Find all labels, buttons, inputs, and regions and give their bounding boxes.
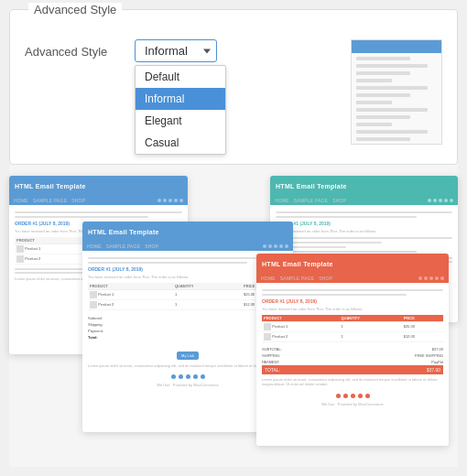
card1-nav-shop: SHOP	[71, 198, 85, 203]
card1-title: HTML Email Template	[15, 183, 86, 189]
dropdown-option-elegant[interactable]: Elegant	[136, 110, 225, 132]
card2-order: ORDER #1 (JULY 8, 2019)	[276, 221, 452, 226]
panel-title: Advanced Style	[28, 3, 122, 16]
main-container: Advanced Style Advanced Style Informal D…	[9, 9, 458, 467]
dropdown-arrow-icon	[203, 49, 211, 53]
card2-nav-sample: SAMPLE PAGE	[294, 198, 328, 203]
card3-nav-shop: SHOP	[145, 243, 158, 249]
card2-title: HTML Email Template	[276, 183, 347, 189]
card4-order: ORDER #1 (JULY 8, 2019)	[262, 298, 443, 304]
card1-nav-sample: SAMPLE PAGE	[33, 198, 67, 203]
card4-total-row: TOTAL: $37.00	[262, 365, 443, 374]
card3-title: HTML Email Template	[88, 229, 159, 235]
style-preview-thumbnail	[351, 39, 442, 145]
card3-th-product: PRODUCT	[88, 283, 173, 290]
card4-shipping-row: SHIPPING:FREE SHIPPING	[262, 352, 443, 359]
dropdown-option-default[interactable]: Default	[136, 66, 225, 88]
card3-cta-button[interactable]: My Link	[177, 352, 199, 360]
card4-title: HTML Email Template	[262, 261, 333, 267]
style-label: Advanced Style	[25, 45, 116, 59]
card2-nav-home: HOME	[275, 198, 289, 203]
templates-preview-area: HTML Email Template HOME SAMPLE PAGE SHO…	[9, 176, 458, 467]
card4-nav-sample: SAMPLE PAGE	[280, 276, 314, 281]
email-template-card-4: HTML Email Template HOME SAMPLE PAGE SHO…	[256, 254, 449, 446]
card3-nav-sample: SAMPLE PAGE	[106, 243, 140, 249]
table-row: Product 2 1 $12.00	[262, 331, 443, 341]
card4-footer-lorem: Lorem ipsum dolor sit amet, consectetur …	[262, 377, 443, 387]
card4-nav-home: HOME	[261, 276, 276, 281]
card4-powered-by: We Use · Powered by WooCommerce	[262, 400, 443, 408]
card3-th-qty: QUANTITY	[173, 283, 242, 290]
card4-th-price: PRICE	[402, 315, 443, 322]
advanced-style-panel: Advanced Style Advanced Style Informal D…	[9, 9, 458, 165]
card1-th-product: PRODUCT	[15, 237, 86, 244]
dropdown-option-casual[interactable]: Casual	[136, 132, 225, 154]
card4-payment-row: PAYMENT:PayPal	[262, 359, 443, 365]
card1-nav-home: HOME	[14, 198, 28, 203]
style-dropdown-trigger[interactable]: Informal	[135, 39, 217, 62]
dropdown-option-informal[interactable]: Informal	[136, 88, 225, 110]
card2-lorem: You have received an order from Thor. Th…	[276, 229, 452, 234]
card4-nav-shop: SHOP	[319, 276, 332, 281]
card4-order-text: You have received an order from Thor. Th…	[262, 307, 443, 312]
card2-nav-shop: SHOP	[332, 198, 346, 203]
card3-nav-home: HOME	[87, 243, 102, 249]
card4-footer-social	[262, 390, 443, 400]
card4-th-product: PRODUCT	[262, 315, 339, 322]
card4-subtotal-row: SUBTOTAL:$37.00	[262, 346, 443, 352]
table-row: Product 1 1 $25.00	[262, 321, 443, 331]
style-dropdown-container: Informal Default Informal Elegant Casual	[135, 39, 217, 62]
card4-th-qty: QUANTITY	[339, 315, 401, 322]
dropdown-selected-value: Informal	[145, 44, 188, 58]
style-dropdown-menu: Default Informal Elegant Casual	[135, 65, 226, 155]
